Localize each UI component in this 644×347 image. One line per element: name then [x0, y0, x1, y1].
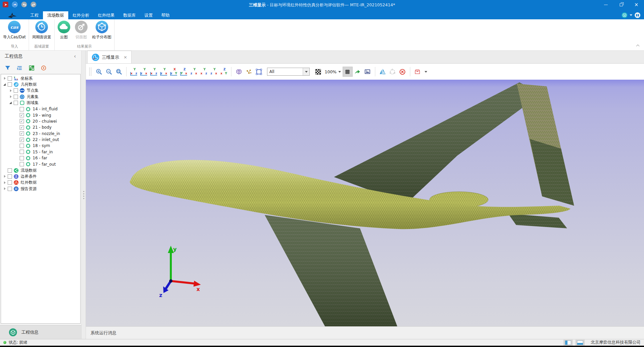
tree-item[interactable]: 流场数据: [1, 167, 80, 173]
theme-button[interactable]: [621, 12, 628, 18]
viewport-3d[interactable]: y x z: [86, 80, 644, 326]
opacity-pattern-button[interactable]: [313, 67, 323, 77]
outline-button[interactable]: [16, 64, 23, 72]
import-casdat-button[interactable]: cas 导入Cas/Dat: [1, 21, 28, 40]
tree-item[interactable]: 14 - int_fluid: [1, 106, 80, 112]
tree-expander-icon[interactable]: [9, 89, 13, 92]
tree-expander-icon[interactable]: [3, 77, 7, 80]
tree-expander-icon[interactable]: [9, 101, 13, 105]
tree-checkbox[interactable]: [20, 107, 24, 111]
view-iso-3-button[interactable]: Yzx: [209, 67, 219, 77]
close-button[interactable]: ×: [629, 0, 644, 9]
tree-item[interactable]: 边界条件: [1, 173, 80, 179]
combo-arrow-icon[interactable]: [303, 68, 309, 75]
help-book-button[interactable]: [634, 12, 641, 18]
menu-item[interactable]: 红外分析: [68, 11, 94, 19]
locate-button[interactable]: [40, 64, 47, 72]
tree-checkbox[interactable]: ✓: [20, 131, 24, 136]
view-back-button[interactable]: Yzx: [159, 67, 169, 77]
view-left-button[interactable]: Yxz: [129, 67, 139, 77]
particle-distribution-button[interactable]: 粒子分布图: [90, 21, 114, 40]
contour-map-button[interactable]: 云图: [55, 21, 73, 40]
tree-item[interactable]: 几何数据: [1, 81, 80, 87]
zoom-level-dropdown[interactable]: 100%: [323, 69, 343, 74]
lasso-button[interactable]: [388, 67, 398, 77]
tree-checkbox[interactable]: [8, 76, 12, 81]
camera-button[interactable]: [234, 67, 244, 77]
tree-item[interactable]: 18 - sym: [1, 143, 80, 149]
tree-item[interactable]: 面域集: [1, 100, 80, 106]
periodic-face-button[interactable]: 周期面设置: [30, 21, 54, 40]
tree-expander-icon[interactable]: [3, 187, 7, 191]
tree-item[interactable]: ✓21 - body: [1, 124, 80, 130]
tree-checkbox[interactable]: ✓: [20, 119, 24, 123]
minimize-button[interactable]: [598, 0, 613, 9]
maximize-button[interactable]: [613, 0, 629, 9]
tree-item[interactable]: ✓22 - inlet_out: [1, 137, 80, 143]
tree-checkbox[interactable]: ✓: [20, 125, 24, 130]
menu-item[interactable]: 红外结果: [94, 11, 119, 19]
view-iso-2-button[interactable]: Yxz: [199, 67, 209, 77]
tree-checkbox[interactable]: [20, 150, 24, 154]
grid-view-button[interactable]: [28, 64, 35, 72]
select-rect-button[interactable]: [254, 67, 264, 77]
tree-checkbox[interactable]: [8, 168, 12, 173]
view-right-button[interactable]: Yzx: [139, 67, 149, 77]
menu-item[interactable]: 帮助: [157, 11, 174, 19]
mirror-button[interactable]: [378, 67, 388, 77]
box-tool-button[interactable]: [413, 67, 423, 77]
tree-checkbox[interactable]: [8, 82, 12, 87]
tree-checkbox[interactable]: [8, 174, 12, 179]
zoom-window-button[interactable]: [114, 67, 124, 77]
ribbon-collapse-button[interactable]: [635, 44, 640, 48]
tree-item[interactable]: ✓19 - wing: [1, 112, 80, 118]
view-iso-4-button[interactable]: ZxY: [219, 67, 229, 77]
tree-checkbox[interactable]: [20, 156, 24, 160]
tree-checkbox[interactable]: [20, 162, 24, 166]
layout-split-button[interactable]: [563, 340, 573, 346]
zoom-in-button[interactable]: [94, 67, 104, 77]
chevron-down-icon[interactable]: [630, 14, 632, 16]
tab-3d-display[interactable]: 三维显示 ×: [87, 51, 132, 63]
tree-item[interactable]: 17 - far_out: [1, 161, 80, 167]
tree-checkbox[interactable]: [14, 88, 18, 93]
tree-item[interactable]: 元素集: [1, 94, 80, 100]
tree-expander-icon[interactable]: [9, 95, 13, 99]
tree-item[interactable]: 16 - far: [1, 155, 80, 161]
tree-expander-icon[interactable]: [3, 175, 7, 178]
toolbar-drag-handle[interactable]: [89, 67, 91, 76]
view-top-button[interactable]: XzY: [169, 67, 179, 77]
tree-checkbox[interactable]: [8, 180, 12, 185]
menu-item[interactable]: 工程: [26, 11, 43, 19]
display-filter-combo[interactable]: All: [267, 68, 310, 76]
tree-expander-icon[interactable]: [3, 83, 7, 86]
tree-checkbox[interactable]: [14, 95, 18, 99]
menu-item[interactable]: 数据库: [119, 11, 140, 19]
tab-close-icon[interactable]: ×: [124, 55, 127, 60]
export-view-button[interactable]: [353, 67, 363, 77]
zoom-out-button[interactable]: [104, 67, 114, 77]
panel-splitter[interactable]: [82, 51, 86, 339]
view-iso-1-button[interactable]: Yzx: [189, 67, 199, 77]
tree-item[interactable]: 15 - far_in: [1, 149, 80, 155]
layout-bottom-button[interactable]: [575, 340, 585, 346]
tree-checkbox[interactable]: [14, 101, 18, 105]
view-front-button[interactable]: Yxz: [149, 67, 159, 77]
tree-expander-icon[interactable]: [3, 181, 7, 184]
delete-button[interactable]: [398, 67, 408, 77]
project-panel-footer[interactable]: 工程信息: [0, 325, 81, 339]
view-bottom-button[interactable]: ZYx: [179, 67, 189, 77]
box-tool-dropdown[interactable]: [423, 67, 429, 77]
tree-item[interactable]: ✓23 - nozzle_in: [1, 131, 80, 137]
tree-item[interactable]: 节点集: [1, 88, 80, 94]
tree-item[interactable]: ✓20 - chuiwei: [1, 118, 80, 124]
filter-button[interactable]: [4, 64, 11, 72]
menu-item[interactable]: 设置: [140, 11, 157, 19]
snapshot-button[interactable]: [363, 67, 373, 77]
tree-checkbox[interactable]: ✓: [20, 138, 24, 142]
particle-trace-button[interactable]: [244, 67, 254, 77]
tree-item[interactable]: Yzx坐标系: [1, 75, 80, 81]
tree-checkbox[interactable]: [20, 144, 24, 148]
grid-toggle-button[interactable]: [343, 67, 353, 77]
menu-item[interactable]: 流场数据: [43, 11, 68, 19]
